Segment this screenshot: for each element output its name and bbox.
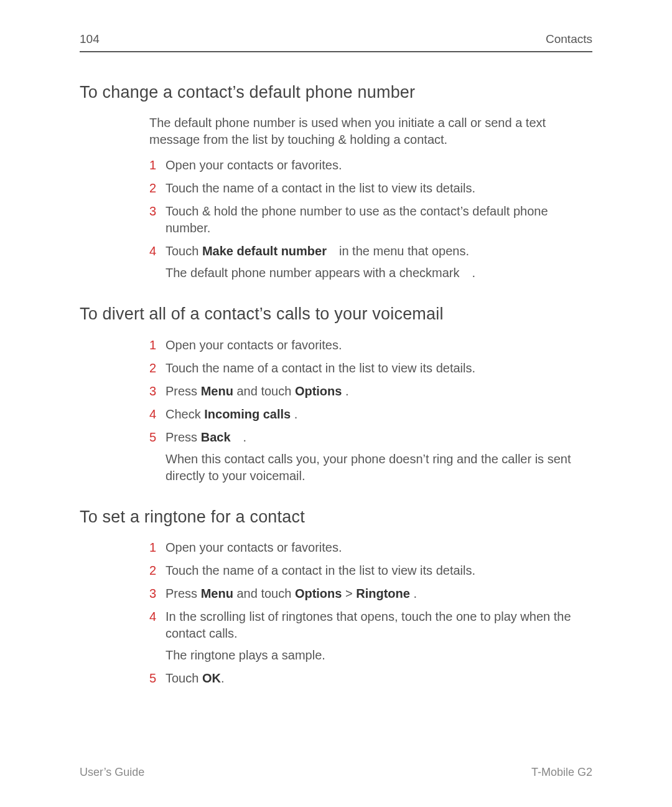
step-text: Touch the name of a contact in the list … [166, 360, 592, 377]
topic-heading: To divert all of a contact’s calls to yo… [80, 303, 592, 325]
ui-term: Menu [201, 384, 233, 398]
ui-term: Back [201, 430, 231, 444]
step-run: . [342, 384, 348, 398]
step-text: Check Incoming calls . [166, 406, 592, 423]
step-number: 4 [149, 406, 166, 423]
step-number: 2 [149, 360, 166, 377]
step-item: 2Touch the name of a contact in the list… [149, 180, 592, 197]
manual-page: 104 Contacts To change a contact’s defau… [0, 0, 672, 807]
step-run: Touch the name of a contact in the list … [166, 361, 475, 375]
step-line: Open your contacts or favorites. [166, 337, 592, 354]
ui-term: Options [295, 384, 342, 398]
ui-term: OK [202, 671, 221, 685]
step-number: 2 [149, 562, 166, 579]
step-text: Open your contacts or favorites. [166, 539, 592, 556]
step-number: 2 [149, 180, 166, 197]
step-run: . [291, 407, 297, 421]
step-number: 1 [149, 539, 166, 556]
step-text: Touch the name of a contact in the list … [166, 562, 592, 579]
step-line: Press Back . [166, 429, 592, 446]
step-number: 5 [149, 670, 166, 687]
footer-right: T-Mobile G2 [531, 765, 592, 780]
step-item: 3Press Menu and touch Options > Ringtone… [149, 585, 592, 602]
step-run: > [342, 587, 356, 600]
topic-section: To set a ringtone for a contact1Open you… [80, 506, 592, 687]
page-footer: User’s Guide T-Mobile G2 [80, 765, 592, 780]
step-line: Touch the name of a contact in the list … [166, 360, 592, 377]
step-line: Touch Make default number in the menu th… [166, 243, 592, 260]
ui-term: Ringtone [356, 587, 410, 600]
ui-term: Options [295, 587, 342, 600]
ui-term: Incoming calls [204, 407, 291, 421]
step-text: Open your contacts or favorites. [166, 157, 592, 174]
step-line: Touch OK. [166, 670, 592, 687]
step-run: . [231, 430, 247, 444]
step-item: 3Press Menu and touch Options . [149, 383, 592, 400]
step-text: Touch OK. [166, 670, 592, 687]
ui-term: Menu [201, 587, 233, 600]
step-line: Touch & hold the phone number to use as … [166, 203, 592, 237]
steps-list: 1Open your contacts or favorites.2Touch … [149, 337, 592, 484]
step-text: Press Menu and touch Options . [166, 383, 592, 400]
step-line: Press Menu and touch Options > Ringtone … [166, 585, 592, 602]
step-run: in the menu that opens. [327, 244, 469, 258]
step-line: Touch the name of a contact in the list … [166, 180, 592, 197]
step-line: Open your contacts or favorites. [166, 539, 592, 556]
step-item: 2Touch the name of a contact in the list… [149, 360, 592, 377]
step-result: The ringtone plays a sample. [166, 647, 592, 664]
step-line: Press Menu and touch Options . [166, 383, 592, 400]
step-run: and touch [233, 587, 295, 600]
page-header: 104 Contacts [80, 31, 592, 52]
step-text: Open your contacts or favorites. [166, 337, 592, 354]
step-number: 1 [149, 157, 166, 174]
step-line: Touch the name of a contact in the list … [166, 562, 592, 579]
step-line: Open your contacts or favorites. [166, 157, 592, 174]
step-number: 4 [149, 608, 166, 625]
step-item: 5Touch OK. [149, 670, 592, 687]
step-item: 4In the scrolling list of ringtones that… [149, 608, 592, 664]
step-number: 4 [149, 243, 166, 260]
header-section-title: Contacts [546, 31, 592, 47]
ui-term: Make default number [202, 244, 327, 258]
step-run: Press [166, 384, 201, 398]
steps-list: 1Open your contacts or favorites.2Touch … [149, 157, 592, 281]
step-run: Touch the name of a contact in the list … [166, 181, 475, 195]
topic-section: To change a contact’s default phone numb… [80, 81, 592, 281]
step-text: In the scrolling list of ringtones that … [166, 608, 592, 664]
step-item: 1Open your contacts or favorites. [149, 157, 592, 174]
step-run: and touch [233, 384, 295, 398]
steps-list: 1Open your contacts or favorites.2Touch … [149, 539, 592, 687]
step-number: 5 [149, 429, 166, 446]
step-run: Touch & hold the phone number to use as … [166, 204, 548, 235]
step-run: Open your contacts or favorites. [166, 540, 342, 554]
topic-section: To divert all of a contact’s calls to yo… [80, 303, 592, 484]
step-number: 3 [149, 203, 166, 220]
step-run: Touch [166, 671, 202, 685]
step-run: Touch the name of a contact in the list … [166, 564, 475, 577]
topic-heading: To set a ringtone for a contact [80, 506, 592, 528]
step-run: Open your contacts or favorites. [166, 338, 342, 352]
step-item: 2Touch the name of a contact in the list… [149, 562, 592, 579]
step-result: When this contact calls you, your phone … [166, 451, 592, 484]
step-result: The default phone number appears with a … [166, 265, 592, 281]
step-run: In the scrolling list of ringtones that … [166, 610, 571, 640]
step-text: Touch Make default number in the menu th… [166, 243, 592, 281]
step-line: Check Incoming calls . [166, 406, 592, 423]
content-body: To change a contact’s default phone numb… [80, 81, 592, 687]
step-line: In the scrolling list of ringtones that … [166, 608, 592, 642]
step-item: 4Touch Make default number in the menu t… [149, 243, 592, 281]
step-run: Check [166, 407, 204, 421]
step-run: . [410, 587, 417, 600]
step-run: Press [166, 587, 201, 600]
step-run: Press [166, 430, 201, 444]
step-text: Touch the name of a contact in the list … [166, 180, 592, 197]
step-run: Open your contacts or favorites. [166, 158, 342, 172]
step-number: 3 [149, 383, 166, 400]
step-run: . [221, 671, 225, 685]
page-number: 104 [80, 31, 100, 47]
step-item: 3Touch & hold the phone number to use as… [149, 203, 592, 237]
step-text: Press Back .When this contact calls you,… [166, 429, 592, 484]
topic-intro: The default phone number is used when yo… [149, 115, 592, 148]
footer-left: User’s Guide [80, 765, 144, 780]
step-item: 1Open your contacts or favorites. [149, 539, 592, 556]
